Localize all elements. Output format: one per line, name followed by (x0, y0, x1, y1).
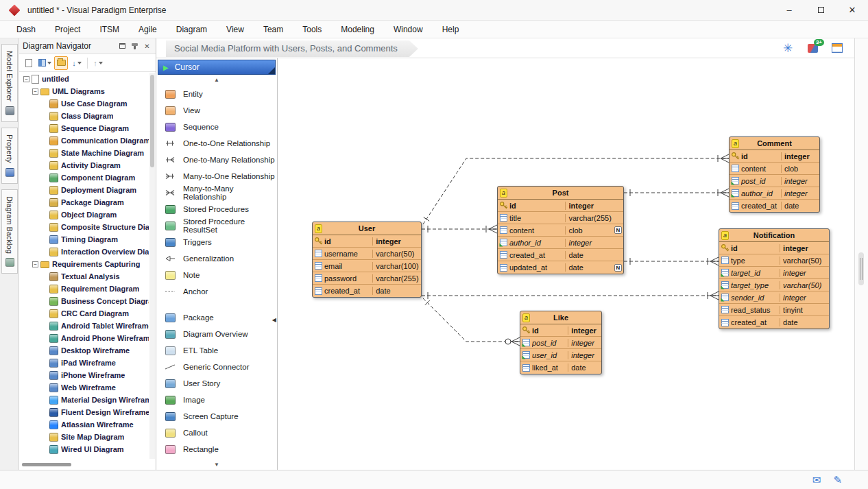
tree-item-atlassian-wireframe[interactable]: Atlassian Wireframe (19, 418, 149, 431)
whats-new-icon[interactable]: 3+ (805, 40, 820, 56)
tree-item-package-diagram[interactable]: Package Diagram (19, 196, 149, 208)
tree-item-business-concept-diagram[interactable]: Business Concept Diagram (19, 295, 149, 307)
column-user-id[interactable]: idinteger (313, 235, 421, 248)
side-tab-property[interactable]: Property (1, 128, 18, 184)
tree-item-activity-diagram[interactable]: Activity Diagram (19, 159, 149, 171)
palette-item-view[interactable]: View (156, 102, 277, 119)
tree-item-iphone-wireframe[interactable]: iPhone Wireframe (19, 369, 149, 381)
column-notification-type[interactable]: typevarchar(50) (719, 254, 829, 267)
palette-item-generalization[interactable]: Generalization (156, 250, 277, 267)
palette-item-many-to-many-relationship[interactable]: Many-to-Many Relationship (156, 184, 277, 201)
edit-log-icon[interactable]: ✎ (833, 474, 842, 486)
palette-collapse-handle[interactable]: ◀ (272, 317, 276, 323)
column-user-password[interactable]: passwordvarchar(255) (313, 272, 421, 285)
column-post-title[interactable]: titlevarchar(255) (498, 212, 623, 224)
palette-item-etl-table[interactable]: ETL Table (156, 342, 277, 359)
collapse-toggle[interactable]: − (32, 88, 38, 95)
column-comment-content[interactable]: contentclob (730, 163, 819, 175)
menu-agile[interactable]: Agile (129, 25, 167, 34)
column-like-post-id[interactable]: post_idinteger (520, 337, 601, 349)
column-like-user-id[interactable]: user_idinteger (520, 349, 601, 361)
palette-scroll-up[interactable]: ▲ (156, 76, 277, 84)
tree-item-interaction-overview-diagram[interactable]: Interaction Overview Diagram (19, 246, 149, 258)
show-folders-icon[interactable] (54, 56, 68, 70)
column-post-author-id[interactable]: author_idinteger (498, 237, 623, 249)
column-comment-id[interactable]: idinteger (730, 150, 819, 163)
side-tab-model-explorer[interactable]: Model Explorer (1, 44, 18, 122)
tree-item-uml-diagrams[interactable]: −UML Diagrams (19, 85, 149, 97)
tree-item-requirements-capturing[interactable]: −Requirements Capturing (19, 258, 149, 270)
palette-item-anchor[interactable]: Anchor (156, 283, 277, 300)
palette-item-rectangle[interactable]: Rectangle (156, 441, 277, 457)
diagram-canvas[interactable]: aUseridintegerusernamevarchar(50)emailva… (278, 58, 854, 470)
entity-like[interactable]: aLikeidintegerpost_idintegeruser_idinteg… (520, 311, 602, 374)
column-post-updated-at[interactable]: updated_atdateN (498, 261, 623, 274)
palette-item-one-to-many-relationship[interactable]: One-to-Many Relationship (156, 152, 277, 168)
menu-modeling[interactable]: Modeling (331, 25, 384, 34)
menu-window[interactable]: Window (384, 25, 433, 34)
palette-item-package[interactable]: Package (156, 309, 277, 326)
tree-item-desktop-wireframe[interactable]: Desktop Wireframe (19, 344, 149, 357)
column-comment-post-id[interactable]: post_idinteger (730, 175, 819, 187)
tree-item-fluent-design-wireframe[interactable]: Fluent Design Wireframe (19, 406, 149, 418)
entity-header[interactable]: aNotification (719, 229, 829, 242)
tree-item-object-diagram[interactable]: Object Diagram (19, 208, 149, 221)
tree-item-material-design-wireframe[interactable]: Material Design Wireframe (19, 394, 149, 406)
sync-icon[interactable]: ✳ (780, 40, 795, 56)
minimize-button[interactable]: – (773, 0, 805, 20)
palette-item-user-story[interactable]: User Story (156, 375, 277, 392)
menu-help[interactable]: Help (433, 25, 469, 34)
palette-item-diagram-overview[interactable]: Diagram Overview (156, 326, 277, 342)
tree-item-use-case-diagram[interactable]: Use Case Diagram (19, 97, 149, 110)
close-button[interactable]: ✕ (836, 0, 868, 20)
tree-item-android-phone-wireframe[interactable]: Android Phone Wireframe (19, 332, 149, 344)
tree-item-component-diagram[interactable]: Component Diagram (19, 171, 149, 184)
tree-item-untitled[interactable]: −untitled (19, 73, 149, 85)
side-tab-diagram-backlog[interactable]: Diagram Backlog (1, 189, 18, 274)
entity-comment[interactable]: aCommentidintegercontentclobpost_idinteg… (729, 136, 820, 213)
column-comment-author-id[interactable]: author_idinteger (730, 187, 819, 200)
palette-item-triggers[interactable]: Triggers (156, 234, 277, 250)
relationship-post-notification[interactable] (624, 257, 719, 265)
float-panel-icon[interactable] (117, 41, 128, 51)
maximize-button[interactable] (805, 0, 836, 20)
relationship-post-comment[interactable] (624, 189, 729, 197)
palette-item-entity[interactable]: Entity (156, 86, 277, 102)
column-user-created-at[interactable]: created_atdate (313, 285, 421, 297)
column-notification-read-status[interactable]: read_statustinyint (719, 304, 829, 316)
tree-item-sequence-diagram[interactable]: Sequence Diagram (19, 122, 149, 134)
palette-item-sequence[interactable]: Sequence (156, 119, 277, 135)
entity-header[interactable]: aPost (498, 187, 623, 200)
tree-item-timing-diagram[interactable]: Timing Diagram (19, 233, 149, 246)
entity-post[interactable]: aPostidintegertitlevarchar(255)contentcl… (497, 186, 624, 274)
tree-item-communication-diagram[interactable]: Communication Diagram (19, 134, 149, 147)
collapse-toggle[interactable]: − (23, 76, 29, 82)
collapse-toggle[interactable]: − (32, 261, 38, 267)
column-like-id[interactable]: idinteger (520, 324, 601, 337)
tree-item-deployment-diagram[interactable]: Deployment Diagram (19, 184, 149, 196)
palette-item-oval[interactable]: Oval (156, 457, 277, 460)
column-notification-created-at[interactable]: created_atdate (719, 316, 829, 329)
tree-horizontal-scrollbar[interactable] (22, 463, 138, 467)
close-panel-icon[interactable]: ✕ (142, 41, 152, 51)
sort-icon[interactable]: ↓ (70, 56, 84, 70)
new-diagram-icon[interactable] (22, 56, 36, 70)
mail-icon[interactable]: ✉ (812, 474, 821, 486)
tree-item-android-tablet-wireframe[interactable]: Android Tablet Wireframe (19, 320, 149, 332)
tree-item-state-machine-diagram[interactable]: State Machine Diagram (19, 147, 149, 159)
entity-header[interactable]: aComment (730, 137, 819, 150)
entity-header[interactable]: aUser (313, 222, 421, 235)
column-comment-created-at[interactable]: created_atdate (730, 200, 819, 212)
column-post-content[interactable]: contentclobN (498, 224, 623, 237)
menu-dash[interactable]: Dash (7, 25, 45, 34)
entity-user[interactable]: aUseridintegerusernamevarchar(50)emailva… (312, 222, 422, 298)
tree-item-textual-analysis[interactable]: Textual Analysis (19, 270, 149, 283)
column-post-created-at[interactable]: created_atdate (498, 249, 623, 261)
palette-item-many-to-one-relationship[interactable]: Many-to-One Relationship (156, 168, 277, 184)
menu-view[interactable]: View (217, 25, 254, 34)
navigate-up-icon[interactable]: ↑ (91, 56, 105, 70)
column-notification-target-id[interactable]: target_idinteger (719, 267, 829, 279)
palette-item-stored-procedure-resultset[interactable]: Stored Procedure ResultSet (156, 217, 277, 234)
tree-item-ipad-wireframe[interactable]: iPad Wireframe (19, 357, 149, 369)
column-notification-sender-id[interactable]: sender_idinteger (719, 291, 829, 304)
